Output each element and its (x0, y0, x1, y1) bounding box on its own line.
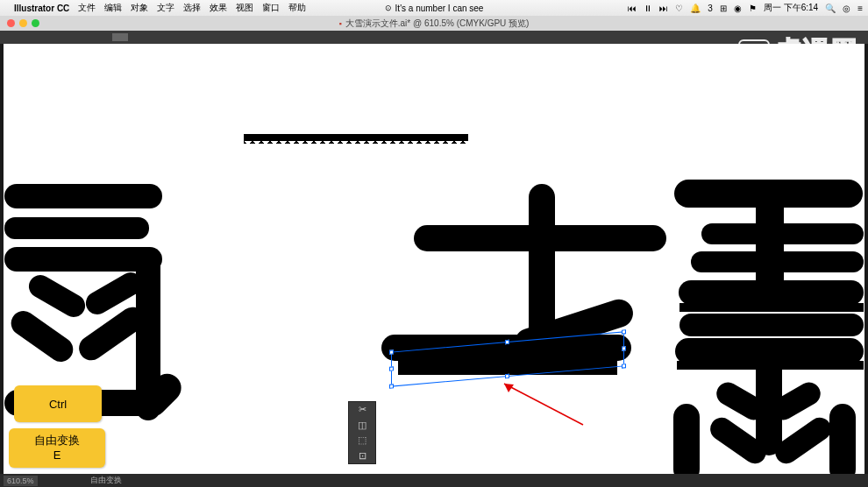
artwork-stroke[interactable] (691, 251, 864, 272)
clock: 周一 下午6:14 (764, 2, 818, 14)
key-label: 自由变换 (34, 434, 80, 448)
media-prev-icon[interactable]: ⏮ (628, 4, 637, 13)
menu-select[interactable]: 选择 (183, 2, 201, 14)
heart-icon[interactable]: ♡ (675, 4, 683, 13)
transform-handle[interactable] (389, 366, 394, 371)
document-title: ▪ 大雪演示文件.ai* @ 610.5% (CMYK/GPU 预览) (339, 18, 530, 30)
perspective-distort-tool-icon[interactable]: ◫ (349, 418, 375, 434)
bluetooth-icon[interactable]: ⚑ (749, 4, 757, 13)
mac-menubar: Illustrator CC 文件 编辑 对象 文字 选择 效果 视图 窗口 帮… (0, 0, 868, 16)
canvas[interactable]: ✥ ✂ ◫ ⬚ ⊡ (0, 44, 868, 486)
bell-icon[interactable]: 🔔 (690, 4, 701, 13)
ai-file-icon: ▪ (339, 19, 342, 28)
document-title-text: 大雪演示文件.ai* @ 610.5% (CMYK/GPU 预览) (345, 18, 530, 30)
spotlight-icon[interactable]: 🔍 (825, 4, 836, 13)
artwork-stroke[interactable] (829, 404, 856, 483)
menu-file[interactable]: 文件 (78, 2, 96, 14)
transform-handle[interactable] (505, 340, 509, 344)
close-button[interactable] (7, 19, 15, 27)
menu-icon[interactable]: ≡ (857, 4, 863, 13)
menu-window[interactable]: 窗口 (262, 2, 280, 14)
current-tool-label: 自由变换 (90, 475, 122, 486)
letterbox (0, 44, 4, 486)
key-shortcut: E (53, 448, 61, 463)
menu-object[interactable]: 对象 (131, 2, 148, 14)
control-bar (0, 31, 868, 44)
artwork-stroke[interactable] (4, 217, 149, 239)
artwork-stroke[interactable] (679, 314, 864, 336)
zoom-level[interactable]: 610.5% (4, 476, 38, 486)
media-pause-icon[interactable]: ⏸ (644, 4, 652, 13)
now-playing-title: It's a number I can see (395, 4, 484, 13)
traffic-lights (7, 19, 39, 27)
artwork-stroke[interactable] (244, 134, 468, 141)
free-transform-tool-icon[interactable]: ✂ (349, 402, 375, 418)
transform-handle[interactable] (622, 363, 626, 368)
transform-handle[interactable] (389, 349, 394, 354)
free-distort-tool-icon[interactable]: ⬚ (349, 433, 375, 448)
letterbox (864, 44, 868, 486)
artboard[interactable]: ✥ (0, 44, 868, 486)
artwork-wavy-edge[interactable] (244, 140, 468, 147)
siri-icon[interactable]: ◎ (843, 4, 850, 13)
constrain-tool-icon[interactable]: ⊡ (349, 448, 375, 464)
key-label: Ctrl (49, 398, 67, 411)
artwork-stroke[interactable] (679, 280, 864, 305)
menu-edit[interactable]: 编辑 (104, 2, 122, 14)
key-hint-ctrl: Ctrl (14, 385, 102, 422)
wifi-icon[interactable]: ◉ (734, 4, 742, 13)
artwork-stroke[interactable] (701, 223, 864, 244)
app-name[interactable]: Illustrator CC (14, 4, 69, 13)
control-icon[interactable]: ⊞ (720, 4, 727, 13)
artwork-stroke[interactable] (414, 225, 666, 251)
menubar-left: Illustrator CC 文件 编辑 对象 文字 选择 效果 视图 窗口 帮… (5, 2, 306, 14)
artwork-stroke[interactable] (4, 184, 162, 208)
menu-help[interactable]: 帮助 (288, 2, 306, 14)
music-icon: ⊙ (385, 4, 392, 12)
document-titlebar: ▪ 大雪演示文件.ai* @ 610.5% (CMYK/GPU 预览) (0, 16, 868, 31)
menu-type[interactable]: 文字 (157, 2, 174, 14)
artwork-wavy-edge[interactable] (679, 303, 864, 312)
key-hint-free-transform: 自由变换 E (9, 428, 105, 468)
control-bar-swatch[interactable] (112, 33, 128, 41)
transform-handle[interactable] (622, 346, 626, 350)
transform-handle[interactable] (505, 374, 509, 378)
battery-count: 3 (708, 4, 713, 13)
artwork-stroke[interactable] (673, 404, 700, 483)
status-bar: 610.5% 自由变换 (0, 474, 868, 487)
minimize-button[interactable] (19, 19, 27, 27)
menubar-right: ⏮ ⏸ ⏭ ♡ 🔔 3 ⊞ ◉ ⚑ 周一 下午6:14 🔍 ◎ ≡ (628, 2, 863, 14)
media-next-icon[interactable]: ⏭ (659, 4, 668, 13)
now-playing[interactable]: ⊙ It's a number I can see (385, 4, 484, 13)
maximize-button[interactable] (32, 19, 39, 27)
free-transform-panel[interactable]: ✂ ◫ ⬚ ⊡ (348, 401, 376, 464)
menu-effect[interactable]: 效果 (210, 2, 227, 14)
artwork-stroke[interactable] (25, 271, 89, 321)
menu-view[interactable]: 视图 (236, 2, 253, 14)
transform-handle[interactable] (389, 384, 394, 388)
transform-handle[interactable] (622, 329, 626, 334)
